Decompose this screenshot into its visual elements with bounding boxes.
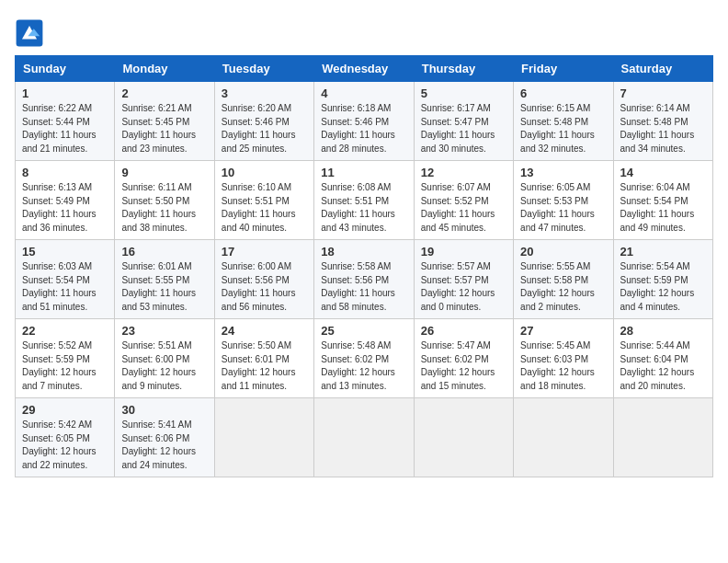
- day-number: 8: [22, 166, 108, 179]
- day-number: 13: [520, 166, 606, 179]
- day-info: Sunrise: 6:17 AMSunset: 5:47 PMDaylight:…: [421, 102, 506, 155]
- calendar-cell: 24 Sunrise: 5:50 AMSunset: 6:01 PMDaylig…: [214, 319, 313, 398]
- day-number: 4: [321, 86, 406, 100]
- day-info: Sunrise: 5:44 AMSunset: 6:04 PMDaylight:…: [620, 339, 706, 393]
- calendar-header-thursday: Thursday: [414, 56, 513, 82]
- page-header: [15, 15, 713, 48]
- calendar-cell: 5 Sunrise: 6:17 AMSunset: 5:47 PMDayligh…: [414, 82, 513, 161]
- day-number: 10: [222, 166, 307, 179]
- day-info: Sunrise: 6:10 AMSunset: 5:51 PMDaylight:…: [222, 181, 307, 235]
- calendar-cell: 19 Sunrise: 5:57 AMSunset: 5:57 PMDaylig…: [414, 240, 513, 319]
- day-info: Sunrise: 5:51 AMSunset: 6:00 PMDaylight:…: [121, 339, 207, 393]
- calendar-cell: 6 Sunrise: 6:15 AMSunset: 5:48 PMDayligh…: [514, 82, 613, 161]
- day-info: Sunrise: 6:11 AMSunset: 5:50 PMDaylight:…: [121, 181, 207, 235]
- calendar-header-friday: Friday: [514, 56, 613, 82]
- day-number: 17: [222, 245, 307, 259]
- day-number: 5: [421, 86, 506, 100]
- calendar-cell: 20 Sunrise: 5:55 AMSunset: 5:58 PMDaylig…: [514, 240, 613, 319]
- day-info: Sunrise: 5:54 AMSunset: 5:59 PMDaylight:…: [620, 260, 706, 314]
- logo: [15, 18, 48, 48]
- day-number: 15: [22, 245, 108, 259]
- calendar-cell: 18 Sunrise: 5:58 AMSunset: 5:56 PMDaylig…: [314, 240, 414, 319]
- calendar-week-5: 29 Sunrise: 5:42 AMSunset: 6:05 PMDaylig…: [16, 398, 713, 477]
- calendar-header-tuesday: Tuesday: [214, 56, 313, 82]
- calendar-cell: 26 Sunrise: 5:47 AMSunset: 6:02 PMDaylig…: [414, 319, 513, 398]
- calendar-cell: 16 Sunrise: 6:01 AMSunset: 5:55 PMDaylig…: [115, 240, 214, 319]
- day-number: 16: [121, 245, 207, 259]
- day-info: Sunrise: 5:50 AMSunset: 6:01 PMDaylight:…: [222, 339, 307, 393]
- calendar-cell: 14 Sunrise: 6:04 AMSunset: 5:54 PMDaylig…: [613, 161, 712, 240]
- day-number: 20: [520, 245, 606, 259]
- day-info: Sunrise: 6:07 AMSunset: 5:52 PMDaylight:…: [421, 181, 506, 235]
- day-number: 3: [222, 86, 307, 100]
- day-info: Sunrise: 6:01 AMSunset: 5:55 PMDaylight:…: [121, 260, 207, 314]
- day-number: 7: [620, 86, 706, 100]
- day-info: Sunrise: 5:47 AMSunset: 6:02 PMDaylight:…: [421, 339, 506, 393]
- calendar-cell: [613, 398, 712, 477]
- calendar-cell: 30 Sunrise: 5:41 AMSunset: 6:06 PMDaylig…: [115, 398, 214, 477]
- calendar-week-1: 1 Sunrise: 6:22 AMSunset: 5:44 PMDayligh…: [16, 82, 713, 161]
- calendar-cell: 10 Sunrise: 6:10 AMSunset: 5:51 PMDaylig…: [214, 161, 313, 240]
- day-number: 12: [421, 166, 506, 179]
- calendar-cell: 15 Sunrise: 6:03 AMSunset: 5:54 PMDaylig…: [16, 240, 115, 319]
- day-number: 18: [321, 245, 406, 259]
- day-info: Sunrise: 6:20 AMSunset: 5:46 PMDaylight:…: [222, 102, 307, 155]
- day-info: Sunrise: 6:00 AMSunset: 5:56 PMDaylight:…: [222, 260, 307, 314]
- calendar-cell: 8 Sunrise: 6:13 AMSunset: 5:49 PMDayligh…: [16, 161, 115, 240]
- day-number: 2: [121, 86, 207, 100]
- day-number: 6: [520, 86, 606, 100]
- day-number: 22: [22, 324, 108, 338]
- calendar-cell: 29 Sunrise: 5:42 AMSunset: 6:05 PMDaylig…: [16, 398, 115, 477]
- calendar-cell: 17 Sunrise: 6:00 AMSunset: 5:56 PMDaylig…: [214, 240, 313, 319]
- day-number: 25: [321, 324, 406, 338]
- day-info: Sunrise: 5:52 AMSunset: 5:59 PMDaylight:…: [22, 339, 108, 393]
- day-number: 30: [121, 403, 207, 417]
- day-number: 11: [321, 166, 406, 179]
- day-number: 26: [421, 324, 506, 338]
- calendar-cell: [514, 398, 613, 477]
- day-info: Sunrise: 6:08 AMSunset: 5:51 PMDaylight:…: [321, 181, 406, 235]
- day-info: Sunrise: 5:55 AMSunset: 5:58 PMDaylight:…: [520, 260, 606, 314]
- day-info: Sunrise: 5:58 AMSunset: 5:56 PMDaylight:…: [321, 260, 406, 314]
- calendar-cell: 3 Sunrise: 6:20 AMSunset: 5:46 PMDayligh…: [214, 82, 313, 161]
- calendar-week-3: 15 Sunrise: 6:03 AMSunset: 5:54 PMDaylig…: [16, 240, 713, 319]
- logo-icon: [15, 18, 44, 48]
- day-info: Sunrise: 6:05 AMSunset: 5:53 PMDaylight:…: [520, 181, 606, 235]
- day-info: Sunrise: 6:03 AMSunset: 5:54 PMDaylight:…: [22, 260, 108, 314]
- calendar-header-sunday: Sunday: [16, 56, 115, 82]
- calendar-cell: 7 Sunrise: 6:14 AMSunset: 5:48 PMDayligh…: [613, 82, 712, 161]
- calendar-table: SundayMondayTuesdayWednesdayThursdayFrid…: [15, 55, 713, 477]
- calendar-cell: 22 Sunrise: 5:52 AMSunset: 5:59 PMDaylig…: [16, 319, 115, 398]
- day-number: 23: [121, 324, 207, 338]
- calendar-cell: [414, 398, 513, 477]
- day-info: Sunrise: 6:15 AMSunset: 5:48 PMDaylight:…: [520, 102, 606, 155]
- calendar-cell: [214, 398, 313, 477]
- day-number: 1: [22, 86, 108, 100]
- day-number: 14: [620, 166, 706, 179]
- calendar-cell: [314, 398, 414, 477]
- calendar-cell: 21 Sunrise: 5:54 AMSunset: 5:59 PMDaylig…: [613, 240, 712, 319]
- calendar-week-4: 22 Sunrise: 5:52 AMSunset: 5:59 PMDaylig…: [16, 319, 713, 398]
- calendar-cell: 1 Sunrise: 6:22 AMSunset: 5:44 PMDayligh…: [16, 82, 115, 161]
- calendar-cell: 23 Sunrise: 5:51 AMSunset: 6:00 PMDaylig…: [115, 319, 214, 398]
- day-info: Sunrise: 6:14 AMSunset: 5:48 PMDaylight:…: [620, 102, 706, 155]
- calendar-header-wednesday: Wednesday: [314, 56, 414, 82]
- day-info: Sunrise: 5:57 AMSunset: 5:57 PMDaylight:…: [421, 260, 506, 314]
- day-info: Sunrise: 6:04 AMSunset: 5:54 PMDaylight:…: [620, 181, 706, 235]
- calendar-cell: 12 Sunrise: 6:07 AMSunset: 5:52 PMDaylig…: [414, 161, 513, 240]
- calendar-cell: 9 Sunrise: 6:11 AMSunset: 5:50 PMDayligh…: [115, 161, 214, 240]
- calendar-cell: 28 Sunrise: 5:44 AMSunset: 6:04 PMDaylig…: [613, 319, 712, 398]
- calendar-cell: 25 Sunrise: 5:48 AMSunset: 6:02 PMDaylig…: [314, 319, 414, 398]
- calendar-header-saturday: Saturday: [613, 56, 712, 82]
- calendar-header-monday: Monday: [115, 56, 214, 82]
- day-number: 19: [421, 245, 506, 259]
- calendar-cell: 2 Sunrise: 6:21 AMSunset: 5:45 PMDayligh…: [115, 82, 214, 161]
- day-info: Sunrise: 5:42 AMSunset: 6:05 PMDaylight:…: [22, 419, 108, 472]
- calendar-week-2: 8 Sunrise: 6:13 AMSunset: 5:49 PMDayligh…: [16, 161, 713, 240]
- day-number: 24: [222, 324, 307, 338]
- day-info: Sunrise: 6:18 AMSunset: 5:46 PMDaylight:…: [321, 102, 406, 155]
- day-info: Sunrise: 6:21 AMSunset: 5:45 PMDaylight:…: [121, 102, 207, 155]
- calendar-cell: 11 Sunrise: 6:08 AMSunset: 5:51 PMDaylig…: [314, 161, 414, 240]
- calendar-cell: 4 Sunrise: 6:18 AMSunset: 5:46 PMDayligh…: [314, 82, 414, 161]
- day-info: Sunrise: 5:48 AMSunset: 6:02 PMDaylight:…: [321, 339, 406, 393]
